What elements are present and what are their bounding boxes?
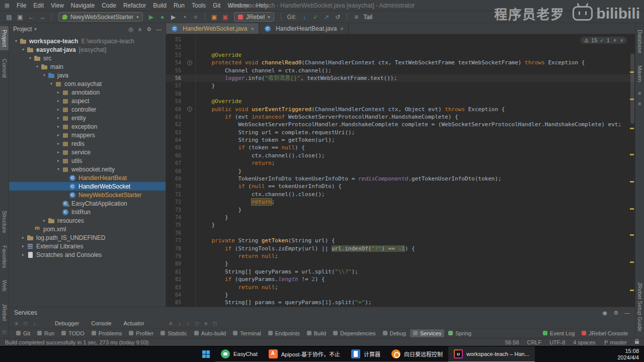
taskbar-app-apipost[interactable]: Apipost-基于协作，不止 <box>263 346 346 362</box>
code-line-56[interactable]: 56 logger.info("收到消息{}", textWebSocketFr… <box>166 74 635 82</box>
toolwindow-todo[interactable]: TODO <box>58 329 88 337</box>
tree-item-controller[interactable]: ▸controller <box>9 105 166 114</box>
code-line-59[interactable]: 59 @Override <box>166 98 635 105</box>
code-line-81[interactable]: 81 String[] queryParams = url.split("\\?… <box>166 268 635 276</box>
tree-chevron-icon[interactable]: ▾ <box>20 47 26 52</box>
tree-item-entity[interactable]: ▸entity <box>9 114 166 122</box>
git-push-button[interactable]: ↗ <box>321 12 332 22</box>
tree-item-service[interactable]: ▸service <box>9 148 166 156</box>
taskbar-app-easychat[interactable]: EasyChat <box>215 346 263 362</box>
code-line-72[interactable]: 72 return; <box>166 198 635 206</box>
services-tab-debugger[interactable]: Debugger <box>55 320 79 326</box>
warning-stripe-mark[interactable] <box>630 128 634 129</box>
toolwindow-profiler[interactable]: Profiler <box>126 329 156 337</box>
tree-item-workspace-teach[interactable]: ▾workspace-teachE:\workspace-teach <box>9 37 166 45</box>
stripe-web[interactable]: Web <box>0 277 9 295</box>
warning-stripe-mark[interactable] <box>630 154 634 155</box>
forward-icon[interactable]: → <box>37 12 47 22</box>
stripe-project[interactable]: Project <box>0 26 9 50</box>
toolwindow-toggle-icon[interactable]: □ <box>3 329 6 335</box>
tree-item-neeywebsocketstarter[interactable]: NeeyWebSocketStarter <box>9 191 166 199</box>
code-line-77[interactable]: 77 private String getToken(String url) { <box>166 237 635 244</box>
jrebel-run-button[interactable]: ▣ <box>209 12 219 22</box>
status-master[interactable]: master <box>603 339 627 345</box>
tree-item-easychat-java[interactable]: ▾easychat-java[easychat] <box>9 45 166 54</box>
toolwindow-terminal[interactable]: Terminal <box>230 329 264 337</box>
code-line-66[interactable]: 66 ctx.channel().close(); <box>166 152 635 159</box>
code-line-65[interactable]: 65 if (token == null) { <box>166 144 635 151</box>
stripe-structure[interactable]: Structure <box>0 207 9 237</box>
tree-item-com-easychat[interactable]: ▾com.easychat <box>9 79 166 88</box>
globe-icon[interactable]: ◉ <box>603 310 608 316</box>
collapse-all-icon[interactable]: ∧ <box>138 26 142 33</box>
code-line-82[interactable]: 82 if (queryParams.length != 2) { <box>166 276 635 283</box>
services-toolbar-icon[interactable]: ↑ <box>187 321 189 326</box>
tree-chevron-icon[interactable]: ▸ <box>55 124 61 129</box>
editor-tab-handlerheartbeat-java[interactable]: HandlerHeartBeat.java× <box>259 23 349 34</box>
tree-chevron-icon[interactable]: ▾ <box>48 81 54 86</box>
menu-view[interactable]: View <box>47 0 67 11</box>
toolwindow-services[interactable]: Services <box>410 329 444 337</box>
stripe-database[interactable]: Database <box>635 26 644 57</box>
stripe-jrebel-setup-guide[interactable]: JRebel Setup Guide <box>635 279 644 335</box>
project-panel-title[interactable]: Project <box>13 26 32 33</box>
code-line-85[interactable]: 85 String[] params = queryParams[1].spli… <box>166 299 635 306</box>
toolwindow-jrebel-console[interactable]: JRebel Console <box>579 329 631 337</box>
tree-item-easychatapplication[interactable]: EasyChatApplication <box>9 199 166 208</box>
taskbar-app-[interactable]: 向日葵远程控制 <box>386 346 448 362</box>
code-line-79[interactable]: 79 return null; <box>166 252 635 260</box>
tree-item-websocket-netty[interactable]: ▾websocket.netty <box>9 165 166 173</box>
warning-stripe-mark[interactable] <box>630 181 634 183</box>
services-tab-actuator[interactable]: Actuator <box>124 320 144 326</box>
menu-run[interactable]: Run <box>170 0 188 11</box>
next-issue-icon[interactable]: ∨ <box>620 38 623 43</box>
services-toolbar-icon[interactable]: ↓ <box>33 321 36 326</box>
gear-icon[interactable]: ⚙ <box>613 310 618 316</box>
toolwindow-event-log[interactable]: Event Log <box>540 329 578 337</box>
open-icon[interactable]: ▤ <box>4 12 14 22</box>
run-button[interactable]: ▶ <box>146 12 156 22</box>
chevron-down-icon[interactable]: ▾ <box>34 27 37 32</box>
services-toolbar-icon[interactable]: ≡ <box>15 321 18 326</box>
tree-item-external-libraries[interactable]: ▸External Libraries <box>9 242 166 250</box>
tree-chevron-icon[interactable]: ▾ <box>55 167 61 171</box>
menu-code[interactable]: Code <box>98 0 120 11</box>
warning-stripe-mark[interactable] <box>630 290 634 291</box>
toolwindow-debug[interactable]: Debug <box>380 329 409 337</box>
menu-refactor[interactable]: Refactor <box>120 0 149 11</box>
code-line-73[interactable]: 73 } <box>166 206 635 214</box>
status-crlf[interactable]: CRLF <box>527 339 541 345</box>
toolwindow-run[interactable]: Run <box>34 329 57 337</box>
stripe-favorites[interactable]: Favorites <box>0 242 9 272</box>
code-line-62[interactable]: 62 WebSocketServerProtocolHandler.Handsh… <box>166 121 635 128</box>
status-56-58[interactable]: 56:58 <box>505 339 519 345</box>
menu-tools[interactable]: Tools <box>188 0 209 11</box>
toolwindow-endpoints[interactable]: Endpoints <box>265 329 303 337</box>
code-line-58[interactable]: 58 <box>166 90 635 98</box>
tree-item-resources[interactable]: ▸resources <box>9 216 166 225</box>
tree-item-handlerwebsocket[interactable]: HandlerWebSocket <box>9 182 166 191</box>
code-line-80[interactable]: 80 } <box>166 260 635 267</box>
code-line-53[interactable]: 53 @Override <box>166 51 635 59</box>
editor-scrollbar[interactable] <box>630 53 634 124</box>
warning-stripe-mark[interactable] <box>630 234 634 236</box>
code-line-54[interactable]: 54↑ protected void channelRead0(ChannelH… <box>166 59 635 66</box>
tree-chevron-icon[interactable]: ▸ <box>55 99 61 103</box>
tree-chevron-icon[interactable]: ▸ <box>20 235 26 240</box>
tree-item-main[interactable]: ▾main <box>9 62 166 71</box>
menu-build[interactable]: Build <box>149 0 170 11</box>
toolwindow-spring[interactable]: Spring <box>445 329 474 337</box>
code-line-55[interactable]: 55 Channel channel = ctx.channel(); <box>166 67 635 74</box>
code-line-64[interactable]: 64 String token = getToken(url); <box>166 136 635 144</box>
settings-icon[interactable]: ⚙ <box>146 26 151 33</box>
code-line-78[interactable]: 78 if (StringTools.isEmpty(url) || url.i… <box>166 245 635 252</box>
code-line-52[interactable]: 52 <box>166 43 635 51</box>
tree-item-exception[interactable]: ▸exception <box>9 122 166 131</box>
coverage-button[interactable]: ▶ <box>169 12 179 22</box>
code-line-75[interactable]: 75 } <box>166 221 635 229</box>
tree-chevron-icon[interactable]: ▸ <box>55 158 61 163</box>
code-line-74[interactable]: 74 } <box>166 214 635 221</box>
warning-stripe-mark[interactable] <box>630 208 634 210</box>
services-toolbar-icon[interactable]: ≡ <box>204 321 207 326</box>
code-line-63[interactable]: 63 String url = complete.requestUri(); <box>166 129 635 136</box>
